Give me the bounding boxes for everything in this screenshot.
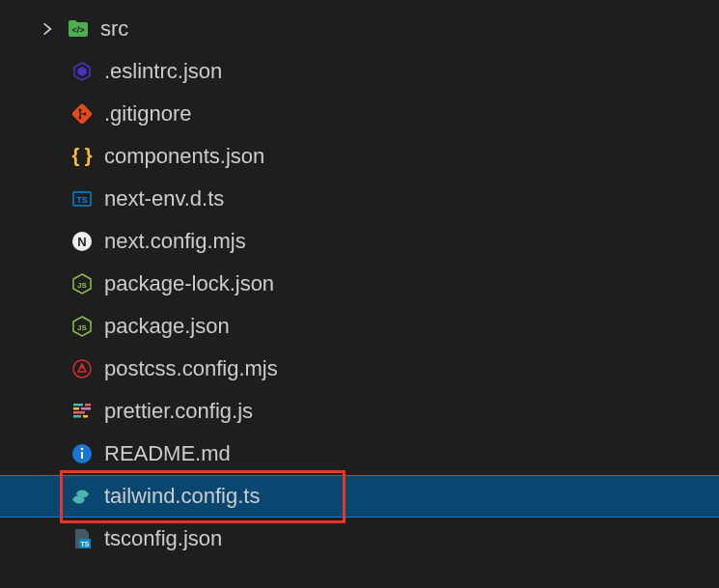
svg-rect-24 <box>83 415 88 418</box>
postcss-icon <box>69 356 95 381</box>
file-next-env-dts[interactable]: TS next-env.d.ts <box>0 178 719 220</box>
prettier-icon <box>69 399 95 424</box>
folder-source-icon: </> <box>66 16 91 42</box>
chevron-right-icon <box>37 18 58 40</box>
folder-src[interactable]: </> src <box>0 8 719 50</box>
svg-text:</>: </> <box>71 25 84 35</box>
json-icon: { } <box>69 144 95 169</box>
svg-rect-26 <box>81 452 83 459</box>
file-next-config[interactable]: N next.config.mjs <box>0 220 719 263</box>
svg-rect-21 <box>81 407 91 410</box>
file-label: README.md <box>104 441 231 466</box>
svg-text:TS: TS <box>81 541 90 547</box>
folder-label: src <box>100 16 128 42</box>
svg-text:{ }: { } <box>71 145 92 166</box>
info-icon <box>69 441 95 466</box>
file-label: .gitignore <box>104 101 192 126</box>
svg-text:N: N <box>77 235 86 249</box>
file-label: tsconfig.json <box>104 526 222 551</box>
file-explorer-tree: </> src .eslintrc.json .gitignore { } co… <box>0 8 719 560</box>
file-package-lock[interactable]: JS package-lock.json <box>0 263 719 305</box>
file-readme[interactable]: README.md <box>0 433 719 475</box>
file-package-json[interactable]: JS package.json <box>0 305 719 348</box>
nodejs-icon: JS <box>69 314 95 339</box>
eslint-icon <box>69 59 95 84</box>
file-label: .eslintrc.json <box>104 59 222 84</box>
nodejs-icon: JS <box>69 271 95 296</box>
svg-rect-22 <box>73 411 85 414</box>
tsconfig-icon: TS <box>69 526 95 551</box>
svg-text:JS: JS <box>77 281 87 290</box>
svg-rect-20 <box>73 407 79 410</box>
file-components-json[interactable]: { } components.json <box>0 135 719 178</box>
file-label: components.json <box>104 144 264 169</box>
file-label: package.json <box>104 314 230 339</box>
file-label: next-env.d.ts <box>104 186 224 211</box>
svg-rect-18 <box>73 404 83 406</box>
file-label: postcss.config.mjs <box>104 356 278 381</box>
file-label: next.config.mjs <box>104 229 246 254</box>
ts-def-icon: TS <box>69 186 95 211</box>
file-gitignore[interactable]: .gitignore <box>0 93 719 135</box>
next-icon: N <box>69 229 95 254</box>
git-icon <box>69 101 95 126</box>
svg-marker-2 <box>78 67 87 76</box>
file-label: tailwind.config.ts <box>104 484 260 509</box>
file-prettier-config[interactable]: prettier.config.js <box>0 390 719 433</box>
file-tailwind-config[interactable]: tailwind.config.ts <box>0 475 719 518</box>
file-eslintrc[interactable]: .eslintrc.json <box>0 50 719 93</box>
file-label: prettier.config.js <box>104 399 253 424</box>
svg-point-17 <box>81 366 84 369</box>
svg-rect-19 <box>85 404 91 406</box>
file-postcss-config[interactable]: postcss.config.mjs <box>0 348 719 390</box>
file-label: package-lock.json <box>104 271 274 296</box>
file-tsconfig[interactable]: TS tsconfig.json <box>0 518 719 560</box>
tailwind-icon <box>69 484 95 509</box>
svg-rect-23 <box>73 415 81 418</box>
svg-text:JS: JS <box>77 323 87 332</box>
svg-point-27 <box>81 448 84 451</box>
svg-text:TS: TS <box>76 195 88 205</box>
